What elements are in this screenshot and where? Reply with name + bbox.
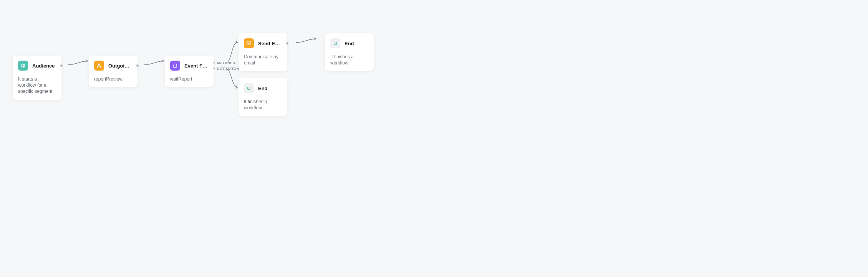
- svg-point-1: [23, 64, 25, 66]
- node-description: It finishes a workflow: [330, 54, 368, 66]
- node-title: Outgoing Integr…: [108, 63, 132, 69]
- node-send-email[interactable]: Send Email Communicate by email: [239, 33, 287, 71]
- stop-icon: [330, 38, 340, 48]
- node-audience[interactable]: Audience It starts a workflow for a spec…: [13, 56, 61, 100]
- workflow-canvas: MATCHED NOT MATCHED Audience It starts a…: [0, 0, 579, 185]
- stop-icon: [244, 83, 254, 93]
- node-outgoing-integration[interactable]: Outgoing Integr… reportPreview: [89, 56, 137, 87]
- output-port[interactable]: [136, 64, 139, 67]
- node-description: Communicate by email: [244, 54, 282, 66]
- branch-label-matched: MATCHED: [217, 61, 235, 65]
- svg-rect-7: [334, 42, 337, 45]
- node-event-filter[interactable]: Event Filter waitReport: [165, 56, 214, 87]
- node-title: Event Filter: [184, 63, 208, 69]
- output-port[interactable]: [60, 64, 63, 67]
- node-description: waitReport: [170, 76, 208, 82]
- node-title: End: [258, 86, 268, 91]
- users-icon: [18, 61, 28, 71]
- node-end-bottom[interactable]: End It finishes a workflow: [239, 78, 287, 116]
- node-description: It starts a workflow for a specific segm…: [18, 76, 56, 95]
- node-description: reportPreview: [94, 76, 132, 82]
- svg-rect-6: [248, 87, 250, 90]
- output-port[interactable]: [286, 42, 288, 45]
- edges-layer: [0, 0, 579, 185]
- node-title: Send Email: [258, 41, 282, 46]
- bell-icon: [170, 61, 180, 71]
- node-end-top[interactable]: End It finishes a workflow: [325, 33, 374, 71]
- mail-icon: [244, 38, 254, 48]
- node-title: Audience: [32, 63, 55, 69]
- node-description: It finishes a workflow: [244, 99, 282, 111]
- node-title: End: [345, 41, 354, 46]
- svg-point-0: [22, 64, 23, 65]
- webhook-icon: [94, 61, 104, 71]
